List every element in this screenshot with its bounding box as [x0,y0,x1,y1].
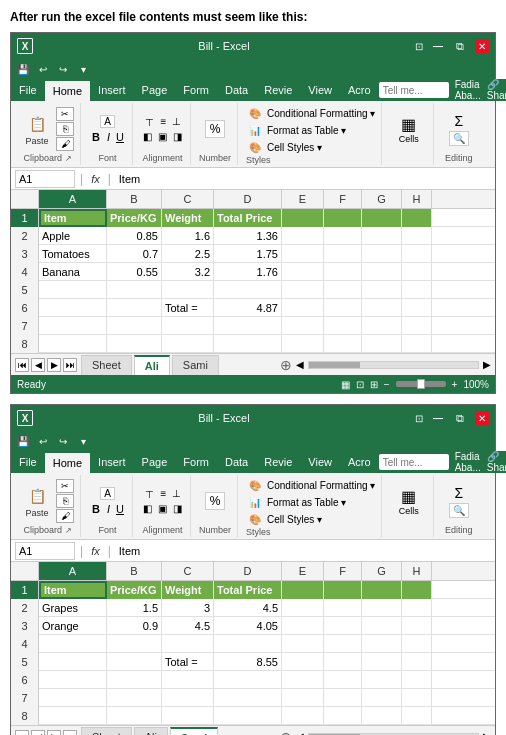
add-sheet-button[interactable]: ⊕ [276,728,296,736]
scroll-left-icon[interactable]: ◀ [296,359,304,370]
bold-button[interactable]: B [89,502,103,516]
cell-2-H[interactable] [402,599,432,617]
sheet-tab-ali[interactable]: Ali [134,727,168,736]
cell-5-E[interactable] [282,653,324,671]
name-box[interactable]: A1 [15,170,75,188]
cell-8-H[interactable] [402,335,432,353]
cell-2-E[interactable] [282,599,324,617]
ribbon-tab-file[interactable]: File [11,79,45,101]
italic-button[interactable]: I [105,503,112,515]
qat-dropdown-icon[interactable]: ▾ [75,433,91,449]
cell-1-G[interactable] [362,209,402,227]
sheet-nav-next[interactable]: ▶ [47,358,61,372]
paste-button[interactable]: 📋 Paste [21,482,53,520]
cell-4-E[interactable] [282,635,324,653]
align-bottom-button[interactable]: ⊥ [170,116,183,129]
cell-1-A[interactable]: Item [39,209,107,227]
sheet-tab-ali[interactable]: Ali [134,355,170,375]
cell-4-F[interactable] [324,635,362,653]
col-header-F[interactable]: F [324,562,362,580]
cell-5-B[interactable] [107,653,162,671]
col-header-D[interactable]: D [214,190,282,208]
cell-2-G[interactable] [362,227,402,245]
underline-button[interactable]: U [114,503,126,515]
ribbon-tab-view[interactable]: View [300,451,340,473]
name-box[interactable]: A1 [15,542,75,560]
styles-item-0[interactable]: 🎨 Conditional Formatting ▾ [246,105,375,121]
qat-undo-icon[interactable]: ↩ [35,61,51,77]
col-header-C[interactable]: C [162,562,214,580]
cell-5-H[interactable] [402,281,432,299]
minimize-button[interactable]: ─ [431,39,445,53]
cell-8-F[interactable] [324,707,362,725]
cell-5-B[interactable] [107,281,162,299]
cell-8-B[interactable] [107,335,162,353]
cell-7-C[interactable] [162,689,214,707]
cell-6-C[interactable] [162,671,214,689]
cells-button[interactable]: ▦ Cells [393,113,425,146]
ribbon-tab-revie[interactable]: Revie [256,451,300,473]
ribbon-tab-home[interactable]: Home [45,451,90,473]
cell-2-C[interactable]: 3 [162,599,214,617]
cell-3-H[interactable] [402,245,432,263]
cell-4-B[interactable] [107,635,162,653]
cell-5-C[interactable]: Total = [162,653,214,671]
view-break-icon[interactable]: ⊞ [370,379,378,390]
col-header-B[interactable]: B [107,190,162,208]
cell-3-F[interactable] [324,617,362,635]
ribbon-tab-data[interactable]: Data [217,451,256,473]
col-header-H[interactable]: H [402,562,432,580]
qat-save-icon[interactable]: 💾 [15,433,31,449]
cell-4-H[interactable] [402,635,432,653]
font-name-button[interactable]: A [100,487,115,500]
align-middle-button[interactable]: ≡ [159,116,169,129]
col-header-A[interactable]: A [39,190,107,208]
cells-button[interactable]: ▦ Cells [393,485,425,518]
align-center-button[interactable]: ▣ [156,131,169,142]
cell-5-G[interactable] [362,281,402,299]
qat-redo-icon[interactable]: ↪ [55,61,71,77]
autosum-button[interactable]: Σ [455,485,464,501]
cell-7-B[interactable] [107,689,162,707]
cell-8-H[interactable] [402,707,432,725]
cell-4-H[interactable] [402,263,432,281]
cell-4-E[interactable] [282,263,324,281]
scroll-left-icon[interactable]: ◀ [296,731,304,735]
styles-item-2[interactable]: 🎨 Cell Styles ▾ [246,139,375,155]
percent-button[interactable]: % [205,120,226,138]
cell-5-F[interactable] [324,281,362,299]
cell-6-G[interactable] [362,671,402,689]
cell-3-E[interactable] [282,617,324,635]
cell-6-D[interactable] [214,671,282,689]
cell-5-C[interactable] [162,281,214,299]
align-top-button[interactable]: ⊤ [142,116,157,129]
align-left-button[interactable]: ◧ [141,503,154,514]
col-header-H[interactable]: H [402,190,432,208]
cell-2-A[interactable]: Grapes [39,599,107,617]
cell-1-H[interactable] [402,209,432,227]
ribbon-tab-form[interactable]: Form [175,451,217,473]
underline-button[interactable]: U [114,131,126,143]
cell-3-F[interactable] [324,245,362,263]
cell-2-F[interactable] [324,599,362,617]
cell-1-A[interactable]: Item [39,581,107,599]
zoom-out-icon[interactable]: − [384,379,390,390]
cell-1-G[interactable] [362,581,402,599]
align-center-button[interactable]: ▣ [156,503,169,514]
paste-button[interactable]: 📋 Paste [21,110,53,148]
minimize-button[interactable]: ─ [431,411,445,425]
cell-6-B[interactable] [107,299,162,317]
cell-3-A[interactable]: Orange [39,617,107,635]
align-middle-button[interactable]: ≡ [159,488,169,501]
cell-5-F[interactable] [324,653,362,671]
cell-3-B[interactable]: 0.9 [107,617,162,635]
cell-5-H[interactable] [402,653,432,671]
cell-8-E[interactable] [282,707,324,725]
qat-undo-icon[interactable]: ↩ [35,433,51,449]
cell-6-F[interactable] [324,299,362,317]
cell-4-G[interactable] [362,263,402,281]
cell-8-D[interactable] [214,335,282,353]
cell-8-G[interactable] [362,335,402,353]
view-layout-icon[interactable]: ⊡ [356,379,364,390]
sheet-nav-first[interactable]: ⏮ [15,730,29,736]
